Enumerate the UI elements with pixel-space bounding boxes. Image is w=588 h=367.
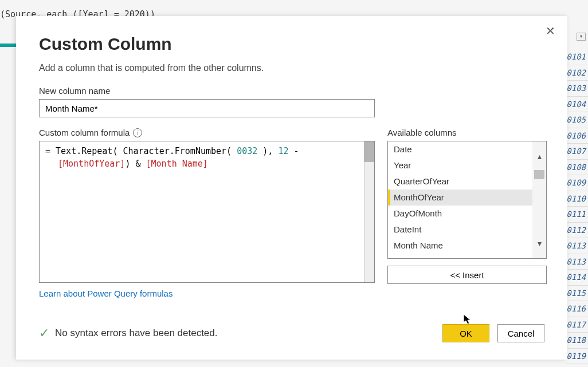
bg-data-cell: 0113 [565, 254, 588, 270]
bg-data-cell: 0103 [565, 81, 588, 97]
bg-data-column: 0101010201030104010501060107010801090110… [565, 49, 588, 364]
bg-column-dropdown[interactable]: ▾ [577, 33, 586, 41]
status-text: No syntax errors have been detected. [55, 327, 218, 339]
learn-link[interactable]: Learn about Power Query formulas [39, 289, 173, 298]
scroll-up-icon[interactable]: ▴ [532, 148, 546, 164]
bg-data-cell: 0106 [565, 128, 588, 144]
bg-data-cell: 0108 [565, 160, 588, 176]
formula-ref: [MonthOfYear] [58, 159, 125, 169]
avail-item[interactable]: DateInt [388, 222, 532, 238]
insert-button[interactable]: << Insert [387, 266, 547, 284]
formula-scroll-thumb[interactable] [364, 141, 374, 162]
bg-data-cell: 0105 [565, 112, 588, 128]
info-icon[interactable]: i [133, 128, 142, 137]
bg-data-cell: 0104 [565, 97, 588, 113]
cancel-button[interactable]: Cancel [497, 324, 544, 342]
formula-scrollbar[interactable] [364, 141, 374, 282]
bg-data-cell: 0119 [565, 349, 588, 365]
formula-text: ) & [125, 159, 146, 169]
bg-data-cell: 0110 [565, 191, 588, 207]
formula-text: Text.Repeat( Character.FromNumber( [56, 146, 237, 156]
formula-num: 0032 [237, 146, 257, 156]
col-name-label: New column name [39, 86, 544, 96]
col-name-input[interactable] [39, 99, 375, 117]
custom-column-dialog: ✕ Custom Column Add a column that is com… [16, 16, 567, 360]
avail-item[interactable]: Month & Year [388, 254, 532, 259]
bg-data-cell: 0116 [565, 301, 588, 317]
scroll-down-icon[interactable]: ▾ [532, 235, 546, 251]
avail-item[interactable]: Month Name [388, 238, 532, 254]
avail-label: Available columns [387, 128, 547, 137]
avail-item[interactable]: DayOfMonth [388, 206, 532, 222]
close-icon[interactable]: ✕ [543, 24, 557, 38]
formula-text: ), [257, 146, 278, 156]
bg-data-cell: 0101 [565, 49, 588, 65]
bg-accent-bar [0, 44, 16, 47]
syntax-status: ✓ No syntax errors have been detected. [39, 326, 218, 341]
check-icon: ✓ [39, 326, 49, 341]
dialog-subtitle: Add a column that is computed from the o… [39, 63, 544, 73]
bg-data-cell: 0112 [565, 223, 588, 239]
formula-label-text: Custom column formula [39, 128, 130, 137]
formula-ref: [Month Name] [146, 159, 208, 169]
formula-label: Custom column formula i [39, 128, 375, 137]
avail-scroll-thumb[interactable] [534, 170, 544, 179]
bg-data-cell: 0117 [565, 317, 588, 333]
avail-scrollbar[interactable]: ▴ ▾ [532, 141, 546, 258]
dialog-title: Custom Column [39, 34, 544, 54]
formula-num: 12 [278, 146, 288, 156]
formula-editor[interactable]: = Text.Repeat( Character.FromNumber( 003… [39, 141, 375, 283]
bg-data-cell: 0107 [565, 144, 588, 160]
avail-item[interactable]: Year [388, 157, 532, 173]
bg-data-cell: 0113 [565, 238, 588, 254]
avail-item[interactable]: QuarterOfYear [388, 173, 532, 190]
ok-button[interactable]: OK [442, 324, 489, 342]
bg-data-cell: 0109 [565, 175, 588, 191]
avail-item[interactable]: MonthOfYear [388, 190, 532, 206]
formula-text: - [288, 146, 299, 156]
bg-data-cell: 0111 [565, 207, 588, 223]
available-columns-list[interactable]: DateYearQuarterOfYearMonthOfYearDayOfMon… [387, 141, 547, 259]
avail-item[interactable]: Date [388, 141, 532, 157]
formula-eq: = [45, 146, 56, 156]
bg-data-cell: 0118 [565, 333, 588, 349]
bg-data-cell: 0114 [565, 270, 588, 286]
bg-data-cell: 0102 [565, 65, 588, 81]
bg-data-cell: 0115 [565, 286, 588, 302]
